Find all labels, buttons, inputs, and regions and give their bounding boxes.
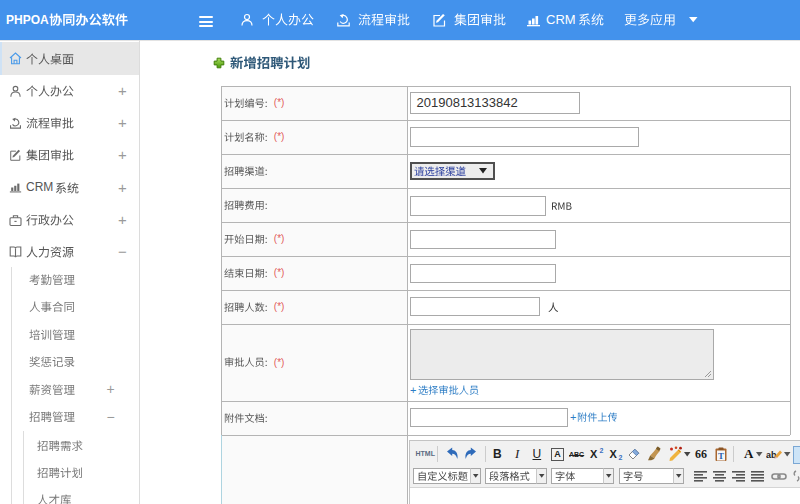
svg-text:T: T <box>718 451 724 461</box>
svg-text:ab: ab <box>766 450 777 460</box>
